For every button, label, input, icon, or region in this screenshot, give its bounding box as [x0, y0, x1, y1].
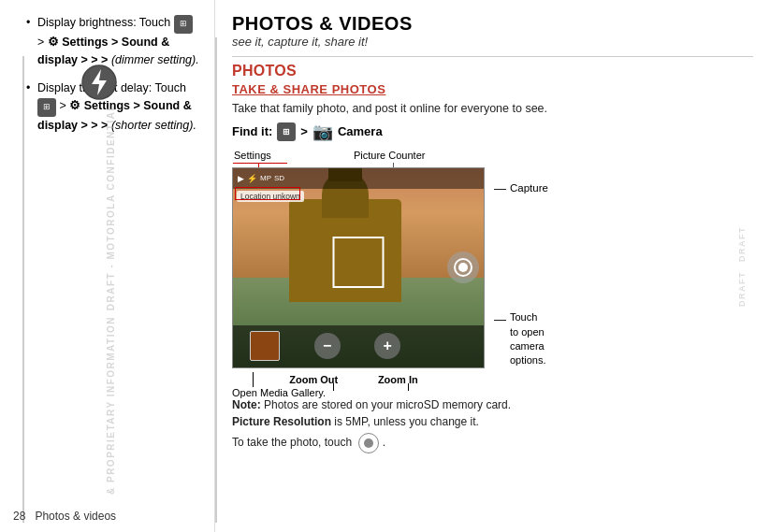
page-number: 28 Photos & videos — [13, 510, 116, 523]
page-label-text: Photos & videos — [35, 510, 116, 523]
touch-label: Touchto opencameraoptions. — [510, 310, 546, 368]
cam-capture-inner — [454, 258, 472, 277]
zoom-out-label: Zoom Out — [289, 374, 338, 385]
cam-capture-button[interactable] — [447, 252, 479, 283]
lightning-icon — [80, 64, 118, 101]
take-share-heading: TAKE & SHARE PHOTOS — [232, 82, 753, 96]
wm-line-2: & PROPRIETARY INFORMATION — [106, 316, 116, 495]
brightness-hint: (dimmer setting). — [111, 53, 199, 66]
cam-bottombar: − + — [233, 325, 484, 367]
timeout-label: > — [91, 119, 101, 132]
note-body: Photos are stored on your microSD memory… — [261, 398, 511, 411]
watermark-text: DRAFT - MOTOROLA CONFIDENTIAL & PROPRIET… — [17, 75, 204, 524]
note-prefix: Note: — [232, 398, 261, 411]
capture-label-row: — Capture — [494, 181, 588, 195]
brightness-bullet: Display brightness: Touch ⊞ > ⚙ Settings… — [26, 11, 201, 71]
cam-topbar: ▶ ⚡ MP SD — [233, 168, 484, 189]
touch-label-row: — Touchto opencameraoptions. — [494, 310, 588, 368]
take-photo-line: To take the photo, touch . — [232, 433, 753, 453]
zoom-label-row: Open Media Gallery. Zoom Out Zoom In — [232, 374, 485, 385]
cam-topbar-icons: ▶ ⚡ MP SD — [238, 174, 284, 183]
divider — [232, 56, 753, 57]
camera-container: Settings Picture Counter ▶ ⚡ — [232, 150, 753, 393]
note-section: Note: Photos are stored on your microSD … — [232, 396, 753, 430]
cam-capture-dot — [458, 263, 468, 272]
section-title: PHOTOS & VIDEOS — [232, 13, 753, 35]
home-icon: ⊞ — [174, 15, 193, 34]
right-border-line — [215, 37, 217, 523]
camera-labels: — Capture — Touchto opencameraoptions. — [494, 167, 588, 368]
capture-label: Capture — [510, 182, 548, 194]
timeout-hint: (shorter setting). — [111, 119, 196, 132]
find-it-camera: Camera — [338, 124, 383, 138]
zoom-arrows — [232, 385, 485, 393]
find-it-label: Find it: — [232, 124, 272, 138]
camera-area: ▶ ⚡ MP SD Location unkown — [232, 167, 753, 368]
cam-zoom-out-button[interactable]: − — [314, 333, 341, 359]
cam-sd-icon: SD — [274, 174, 284, 182]
picture-resolution-bold: Picture Resolution — [232, 415, 331, 428]
settings-annotation: Settings — [234, 150, 271, 161]
zoom-labels: Zoom Out Zoom In — [269, 374, 438, 385]
settings-red-box — [235, 187, 300, 200]
shutter-icon — [358, 433, 379, 453]
cam-mp-label: MP — [260, 174, 271, 182]
right-panel: PHOTOS & VIDEOS see it, capture it, shar… — [215, 0, 770, 532]
home-icon-2: ⊞ — [37, 98, 56, 117]
picture-resolution-body: is 5MP, unless you change it. — [331, 415, 479, 428]
take-share-body: Take that family photo, and post it onli… — [232, 100, 753, 118]
photos-heading: PHOTOS — [232, 63, 753, 79]
cam-flash-icon: ⚡ — [247, 174, 257, 183]
find-it-arrow: > — [300, 124, 308, 138]
zoom-in-arrow — [408, 383, 409, 391]
left-border-line — [22, 56, 24, 523]
section-subtitle: see it, capture it, share it! — [232, 35, 753, 49]
left-panel: Display brightness: Touch ⊞ > ⚙ Settings… — [0, 0, 215, 532]
take-photo-label: To take the photo, touch — [232, 436, 352, 449]
cam-zoom-in-button[interactable]: + — [374, 333, 400, 359]
shutter-dot — [364, 439, 373, 448]
picture-counter-annotation: Picture Counter — [354, 150, 425, 161]
touch-arrow: — — [494, 312, 506, 326]
cam-focus-box — [333, 237, 385, 288]
zoom-out-arrow — [333, 383, 334, 391]
find-it-line: Find it: ⊞ > 📷 Camera — [232, 122, 753, 142]
camera-icon: 📷 — [312, 122, 333, 142]
zoom-in-label: Zoom In — [378, 374, 418, 385]
cam-thumb[interactable] — [250, 331, 280, 361]
find-it-home-icon: ⊞ — [277, 122, 296, 141]
camera-screenshot: ▶ ⚡ MP SD Location unkown — [232, 167, 485, 368]
settings-underline — [233, 163, 287, 164]
cam-play-icon: ▶ — [238, 174, 244, 183]
capture-arrow: — — [494, 181, 506, 195]
page-num-text: 28 — [13, 510, 25, 523]
